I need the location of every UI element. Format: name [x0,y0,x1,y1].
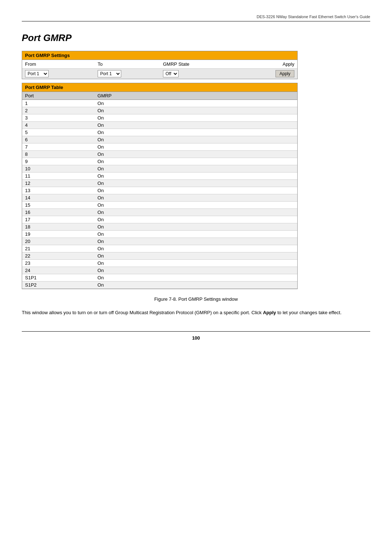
cell-port: 11 [22,173,95,180]
cell-gmrp: On [95,231,297,238]
cell-gmrp: On [95,245,297,252]
cell-port: 15 [22,202,95,209]
page-number: 100 [22,335,370,341]
cell-port: 5 [22,129,95,136]
settings-panel-header: Port GMRP Settings [22,51,297,60]
table-row: 8On [22,151,297,158]
table-row: 12On [22,180,297,187]
table-row: 11On [22,173,297,180]
apply-button[interactable]: Apply [275,70,294,77]
cell-port: 16 [22,209,95,216]
from-select[interactable]: Port 1Port 2Port 3Port 4Port 5Port 6Port… [25,70,49,77]
cell-gmrp: On [95,187,297,194]
gmrp-state-select[interactable]: OffOn [163,70,179,77]
table-row: 5On [22,129,297,136]
table-row: S1P2On [22,281,297,289]
description-main: This window allows you to turn on or tur… [22,310,263,315]
col-header-gmrp: GMRP [95,92,297,100]
cell-port: 12 [22,180,95,187]
cell-gmrp: On [95,209,297,216]
cell-port: 22 [22,252,95,260]
table-panel: Port GMRP Table Port GMRP 1On2On3On4On5O… [22,83,298,289]
cell-gmrp: On [95,194,297,202]
table-row: 1On [22,100,297,107]
cell-gmrp: On [95,238,297,245]
table-row: 20On [22,238,297,245]
from-label: From [25,61,98,67]
table-row: 19On [22,231,297,238]
cell-gmrp: On [95,100,297,107]
settings-input-row: Port 1Port 2Port 3Port 4Port 5Port 6Port… [22,69,297,79]
cell-port: 13 [22,187,95,194]
cell-port: 4 [22,122,95,129]
table-header-row: Port GMRP [22,92,297,100]
from-select-container: Port 1Port 2Port 3Port 4Port 5Port 6Port… [25,70,98,77]
table-panel-header: Port GMRP Table [22,83,297,92]
cell-gmrp: On [95,143,297,151]
table-row: S1P1On [22,274,297,281]
page-container: DES-3226 NWay Standalone Fast Ethernet S… [0,0,392,555]
table-row: 6On [22,136,297,143]
top-header: DES-3226 NWay Standalone Fast Ethernet S… [22,15,370,21]
table-row: 21On [22,245,297,252]
cell-port: 18 [22,223,95,231]
table-body: 1On2On3On4On5On6On7On8On9On10On11On12On1… [22,100,297,289]
table-row: 22On [22,252,297,260]
table-row: 16On [22,209,297,216]
cell-port: 1 [22,100,95,107]
cell-gmrp: On [95,223,297,231]
cell-gmrp: On [95,281,297,289]
cell-port: 17 [22,216,95,223]
cell-port: 8 [22,151,95,158]
cell-gmrp: On [95,252,297,260]
table-row: 13On [22,187,297,194]
cell-gmrp: On [95,129,297,136]
table-row: 23On [22,260,297,267]
cell-port: 21 [22,245,95,252]
table-row: 14On [22,194,297,202]
cell-port: 24 [22,267,95,274]
cell-gmrp: On [95,151,297,158]
cell-gmrp: On [95,158,297,165]
cell-gmrp: On [95,107,297,114]
cell-gmrp: On [95,274,297,281]
apply-col-label: Apply [258,61,294,67]
cell-port: S1P2 [22,281,95,289]
cell-gmrp: On [95,114,297,122]
settings-panel: Port GMRP Settings From To GMRP State Ap… [22,51,298,79]
settings-labels-row: From To GMRP State Apply [22,60,297,69]
table-row: 17On [22,216,297,223]
cell-gmrp: On [95,165,297,173]
description-text: This window allows you to turn on or tur… [22,309,348,317]
bottom-border [22,331,370,332]
cell-port: 19 [22,231,95,238]
cell-gmrp: On [95,122,297,129]
cell-gmrp: On [95,260,297,267]
description-bold: Apply [263,310,276,315]
table-row: 7On [22,143,297,151]
table-row: 10On [22,165,297,173]
cell-gmrp: On [95,180,297,187]
cell-port: 7 [22,143,95,151]
gmrp-state-label: GMRP State [163,61,258,67]
apply-btn-container: Apply [258,70,294,77]
cell-gmrp: On [95,136,297,143]
cell-port: 6 [22,136,95,143]
table-row: 3On [22,114,297,122]
cell-gmrp: On [95,216,297,223]
header-title: DES-3226 NWay Standalone Fast Ethernet S… [257,15,370,19]
table-row: 18On [22,223,297,231]
figure-caption: Figure 7-8. Port GMRP Settings window [22,296,370,302]
cell-port: 14 [22,194,95,202]
table-row: 4On [22,122,297,129]
to-select[interactable]: Port 1Port 2Port 3Port 4Port 5Port 6Port… [98,70,121,77]
cell-gmrp: On [95,202,297,209]
table-row: 15On [22,202,297,209]
description-end: to let your changes take effect. [276,310,342,315]
table-row: 2On [22,107,297,114]
table-row: 24On [22,267,297,274]
col-header-port: Port [22,92,95,100]
cell-gmrp: On [95,173,297,180]
to-select-container: Port 1Port 2Port 3Port 4Port 5Port 6Port… [98,70,163,77]
cell-port: S1P1 [22,274,95,281]
